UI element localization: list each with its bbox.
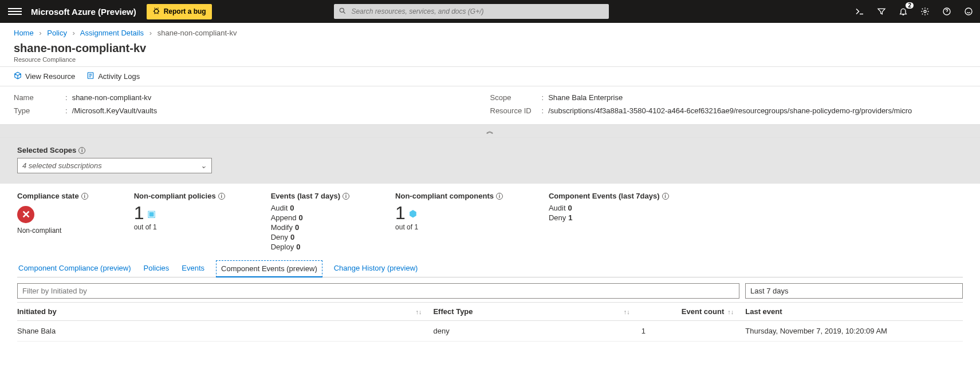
prop-resourceid-value: /subscriptions/4f3a88a1-3580-4102-a464-6…: [548, 106, 912, 115]
properties-pane: Name : shane-non-compliant-kv Type : /Mi…: [0, 86, 980, 124]
th-effect-type[interactable]: Effect Type↑↓: [433, 307, 641, 316]
search-icon: [339, 7, 347, 17]
chevron-up-icon: ︽: [486, 126, 494, 135]
chevron-right-icon: ›: [149, 29, 152, 37]
info-icon[interactable]: i: [496, 193, 503, 200]
svg-point-1: [340, 8, 344, 12]
report-bug-button[interactable]: Report a bug: [147, 4, 212, 19]
th-event-count[interactable]: Event count↑↓: [641, 307, 746, 316]
policy-icon: ▣: [147, 209, 156, 219]
tab-component-compliance[interactable]: Component Compliance (preview): [17, 260, 132, 277]
info-icon[interactable]: i: [343, 193, 349, 200]
filter-row: Last 7 days: [0, 277, 980, 302]
th-last-event[interactable]: Last event: [745, 307, 963, 316]
cell-event-count: 1: [641, 327, 746, 335]
events-7days-card: Events (last 7 days)i Audit0 Append0 Mod…: [271, 192, 349, 252]
breadcrumb-current: shane-non-compliant-kv: [158, 29, 237, 37]
search-input[interactable]: [334, 4, 609, 19]
prop-resourceid-key: Resource ID: [490, 106, 542, 115]
noncompliant-components-card: Non-compliant componentsi 1⬢ out of 1: [395, 192, 503, 252]
prop-name-value: shane-non-compliant-kv: [72, 93, 152, 102]
events7-label: Events (last 7 days): [271, 192, 340, 200]
scopes-dropdown[interactable]: 4 selected subscriptions ⌄: [17, 158, 212, 173]
bug-icon: [152, 7, 160, 17]
compliance-state-value: Non-compliant: [17, 227, 88, 235]
noncompliant-icon: ✕: [17, 206, 34, 223]
tab-component-events[interactable]: Component Events (preview): [216, 260, 322, 277]
nc-policies-sub: out of 1: [134, 223, 225, 231]
topbar-right-icons: 2: [854, 6, 974, 17]
component-events-7days-card: Component Events (last 7days)i Audit0 De…: [549, 192, 669, 252]
noncompliant-policies-card: Non-compliant policiesi 1▣ out of 1: [134, 192, 225, 252]
cloud-shell-icon[interactable]: [854, 6, 865, 17]
menu-icon[interactable]: [8, 8, 22, 15]
svg-point-0: [154, 9, 158, 13]
info-icon[interactable]: i: [662, 193, 669, 200]
table-header: Initiated by↑↓ Effect Type↑↓ Event count…: [17, 302, 963, 321]
tab-events[interactable]: Events: [180, 260, 206, 277]
time-range-dropdown[interactable]: Last 7 days: [745, 283, 963, 299]
collapse-toggle[interactable]: ︽: [0, 124, 980, 138]
th-initiated-by[interactable]: Initiated by↑↓: [17, 307, 433, 316]
help-icon[interactable]: [941, 6, 953, 17]
stats-row: Compliance statei ✕ Non-compliant Non-co…: [0, 184, 980, 258]
view-resource-button[interactable]: View Resource: [14, 72, 75, 81]
table-row[interactable]: Shane Bala deny 1 Thursday, November 7, …: [17, 321, 963, 342]
nc-components-sub: out of 1: [395, 223, 503, 231]
tab-policies[interactable]: Policies: [143, 260, 171, 277]
breadcrumb-policy[interactable]: Policy: [47, 29, 67, 37]
sort-icon: ↑↓: [624, 308, 630, 315]
selected-scopes-section: Selected Scopes i 4 selected subscriptio…: [0, 138, 980, 184]
time-range-value: Last 7 days: [750, 287, 789, 295]
page-title: shane-non-compliant-kv: [14, 42, 966, 55]
feedback-icon[interactable]: [963, 6, 974, 17]
selected-scopes-label: Selected Scopes: [17, 146, 76, 154]
cube-icon: [14, 72, 22, 81]
chevron-down-icon: ⌄: [200, 161, 207, 170]
tab-change-history[interactable]: Change History (preview): [333, 260, 419, 277]
nc-policies-label: Non-compliant policies: [134, 192, 216, 200]
svg-point-4: [965, 8, 972, 15]
top-bar: Microsoft Azure (Preview) Report a bug 2: [0, 0, 980, 23]
prop-scope-key: Scope: [490, 93, 542, 102]
command-bar: View Resource Activity Logs: [0, 67, 980, 86]
view-resource-label: View Resource: [25, 72, 75, 81]
component-icon: ⬢: [409, 209, 417, 219]
title-block: shane-non-compliant-kv Resource Complian…: [0, 39, 980, 67]
scopes-value: 4 selected subscriptions: [22, 161, 102, 170]
notification-badge: 2: [906, 2, 914, 9]
report-bug-label: Report a bug: [164, 7, 206, 15]
tabs: Component Compliance (preview) Policies …: [0, 260, 980, 277]
compliance-state-card: Compliance statei ✕ Non-compliant: [17, 192, 88, 252]
chevron-right-icon: ›: [39, 29, 41, 37]
nc-components-label: Non-compliant components: [395, 192, 494, 200]
filter-icon[interactable]: [876, 6, 887, 17]
prop-type-key: Type: [14, 106, 65, 115]
breadcrumb-assignment-details[interactable]: Assignment Details: [80, 29, 144, 37]
events-table: Initiated by↑↓ Effect Type↑↓ Event count…: [0, 302, 980, 342]
cell-initiated-by: Shane Bala: [17, 327, 433, 335]
prop-scope-value: Shane Bala Enterprise: [548, 93, 623, 102]
notifications-icon[interactable]: 2: [898, 6, 909, 17]
breadcrumb: Home › Policy › Assignment Details › sha…: [0, 23, 980, 39]
info-icon[interactable]: i: [81, 193, 88, 200]
activity-logs-button[interactable]: Activity Logs: [86, 72, 140, 81]
activity-logs-label: Activity Logs: [98, 72, 140, 81]
cell-last-event: Thursday, November 7, 2019, 10:20:09 AM: [745, 327, 963, 335]
log-icon: [86, 72, 95, 81]
prop-type-value: /Microsoft.KeyVault/vaults: [72, 106, 158, 115]
chevron-right-icon: ›: [73, 29, 75, 37]
info-icon[interactable]: i: [218, 193, 225, 200]
compliance-state-label: Compliance state: [17, 192, 79, 200]
info-icon[interactable]: i: [78, 147, 85, 154]
filter-initiated-by-input[interactable]: [17, 283, 739, 299]
sort-icon: ↑↓: [727, 308, 734, 315]
nc-policies-value: 1: [134, 204, 144, 222]
page-subtitle: Resource Compliance: [14, 56, 966, 63]
svg-point-2: [924, 10, 926, 13]
cell-effect-type: deny: [433, 327, 641, 335]
prop-name-key: Name: [14, 93, 65, 102]
settings-icon[interactable]: [919, 6, 931, 17]
breadcrumb-home[interactable]: Home: [14, 29, 34, 37]
sort-icon: ↑↓: [415, 308, 422, 315]
